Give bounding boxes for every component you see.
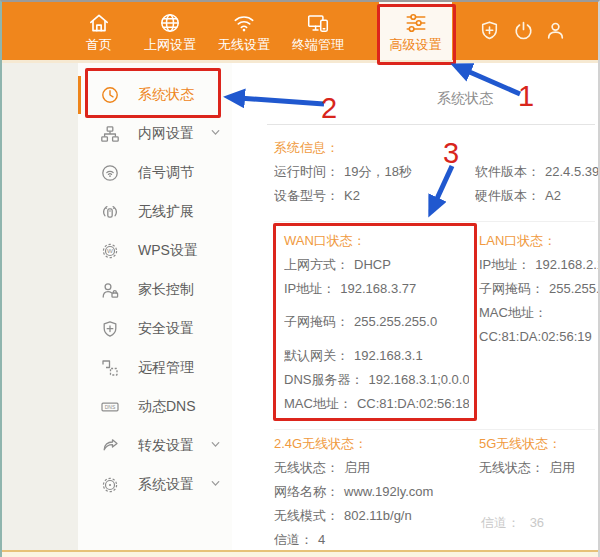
dns-icon: DNS	[100, 397, 120, 417]
info-row: 软件版本：22.4.5.39	[475, 160, 600, 184]
lan-icon	[100, 124, 120, 144]
tab-home[interactable]: 首页	[64, 2, 134, 60]
section-divider	[274, 221, 595, 222]
devices-icon	[306, 11, 330, 35]
section-title: WAN口状态：	[284, 229, 469, 253]
signal-icon	[100, 163, 120, 183]
globe-icon	[158, 11, 182, 35]
shield-icon	[100, 319, 120, 339]
chevron-down-icon[interactable]	[209, 477, 222, 493]
wps-gear-icon: W	[100, 241, 120, 261]
page-left-margin	[2, 63, 78, 550]
lan-status-section: LAN口状态： IP地址：192.168.2.1 子网掩码：255.255.25…	[479, 229, 600, 349]
lan-mac-label: MAC地址：	[479, 301, 600, 325]
sliders-icon	[404, 11, 428, 35]
title-divider	[267, 124, 595, 125]
tab-wireless-label: 无线设置	[218, 38, 270, 51]
sidebar-item-wireless-extension[interactable]: 无线扩展	[78, 192, 232, 231]
shield-plus-icon[interactable]	[478, 19, 501, 42]
info-row: 设备型号：K2	[274, 184, 474, 208]
wan-row: DNS服务器：192.168.3.1;0.0.0.0	[284, 368, 469, 392]
tab-wireless-settings[interactable]: 无线设置	[209, 2, 279, 60]
wifi-row: 无线状态：启用	[479, 456, 600, 480]
chevron-down-icon[interactable]	[209, 438, 222, 454]
section-title: 系统信息：	[274, 136, 474, 160]
section-title: LAN口状态：	[479, 229, 600, 253]
top-navbar: 首页 上网设置 无线设置	[2, 2, 598, 60]
page-title: 系统状态	[437, 90, 493, 108]
section-title: 2.4G无线状态：	[274, 432, 469, 456]
wifi-5g-section: 5G无线状态： 无线状态：启用	[479, 432, 600, 480]
wan-status-section: WAN口状态： 上网方式：DHCP IP地址：192.168.3.77 子网掩码…	[284, 229, 469, 416]
router-admin-page: 首页 上网设置 无线设置	[0, 0, 600, 557]
tab-home-label: 首页	[86, 38, 112, 51]
tab-advanced-label: 高级设置	[390, 38, 442, 51]
svg-text:DNS: DNS	[105, 403, 116, 409]
lan-mac-value: CC:81:DA:02:56:19	[479, 325, 600, 349]
wan-row: 子网掩码：255.255.255.0	[284, 310, 469, 334]
sidebar-item-wps-settings[interactable]: W WPS设置	[78, 231, 232, 270]
tab-advanced-settings[interactable]: 高级设置	[379, 2, 452, 60]
sidebar-item-remote-management[interactable]: 远程管理	[78, 348, 232, 387]
sidebar-label: 信号调节	[138, 164, 194, 182]
home-icon	[87, 11, 111, 35]
sidebar-label: 转发设置	[138, 437, 194, 455]
tab-terminal-management[interactable]: 终端管理	[283, 2, 353, 60]
sidebar-item-dynamic-dns[interactable]: DNS 动态DNS	[78, 387, 232, 426]
chevron-down-icon[interactable]	[209, 126, 222, 142]
sidebar-label: 内网设置	[138, 125, 194, 143]
wifi-5g-faint-channel-row: 信道： 36	[481, 514, 544, 532]
gear-icon	[100, 475, 120, 495]
info-row: 运行时间：19分，18秒	[274, 160, 474, 184]
sidebar-item-security-settings[interactable]: 安全设置	[78, 309, 232, 348]
sidebar-item-parental-control[interactable]: 家长控制	[78, 270, 232, 309]
sidebar-label: 系统状态	[138, 86, 194, 104]
sidebar-item-system-status[interactable]: 系统状态	[78, 75, 232, 114]
sidebar-item-signal-adjust[interactable]: 信号调节	[78, 153, 232, 192]
sidebar-item-forwarding-settings[interactable]: 转发设置	[78, 426, 232, 465]
sidebar-label: 无线扩展	[138, 203, 194, 221]
user-icon[interactable]	[544, 19, 567, 42]
wifi-icon	[232, 11, 256, 35]
wan-row: MAC地址：CC:81:DA:02:56:18	[284, 392, 469, 416]
wifi-24g-section: 2.4G无线状态： 无线状态：启用 网络名称：www.192ly.com 无线模…	[274, 432, 469, 552]
lan-row: 子网掩码：255.255.255.0	[479, 277, 600, 301]
bottom-strip	[2, 552, 598, 557]
wan-row: IP地址：192.168.3.77	[284, 277, 469, 301]
system-info-section: 系统信息： 运行时间：19分，18秒 设备型号：K2	[274, 136, 474, 208]
sidebar-label: 家长控制	[138, 281, 194, 299]
wifi-row: 网络名称：www.192ly.com	[274, 480, 469, 504]
tab-internet-settings[interactable]: 上网设置	[135, 2, 205, 60]
antenna-icon	[100, 202, 120, 222]
sidebar-label: 动态DNS	[138, 398, 196, 416]
wan-row: 上网方式：DHCP	[284, 253, 469, 277]
remote-icon	[100, 358, 120, 378]
section-title: 5G无线状态：	[479, 432, 600, 456]
sidebar-item-system-settings[interactable]: 系统设置	[78, 465, 232, 504]
power-icon[interactable]	[512, 19, 535, 42]
sidebar-label: 安全设置	[138, 320, 194, 338]
tab-terminal-label: 终端管理	[292, 38, 344, 51]
clock-icon	[100, 85, 120, 105]
system-info-right-column: 软件版本：22.4.5.39 硬件版本：A2	[475, 160, 600, 208]
sidebar-label: 远程管理	[138, 359, 194, 377]
wan-row: 默认网关：192.168.3.1	[284, 344, 469, 368]
sidebar-label: WPS设置	[138, 242, 198, 260]
svg-text:W: W	[107, 247, 113, 254]
info-row: 硬件版本：A2	[475, 184, 600, 208]
forward-icon	[100, 436, 120, 456]
parental-icon	[100, 280, 120, 300]
tab-internet-label: 上网设置	[144, 38, 196, 51]
sidebar-item-intranet-settings[interactable]: 内网设置	[78, 114, 232, 153]
section-divider	[274, 429, 595, 430]
wifi-row: 信道：4	[274, 528, 469, 552]
lan-row: IP地址：192.168.2.1	[479, 253, 600, 277]
wifi-row: 无线状态：启用	[274, 456, 469, 480]
sidebar: 系统状态 内网设置 信号调节	[78, 63, 232, 550]
wifi-row: 无线模式：802.11b/g/n	[274, 504, 469, 528]
sidebar-label: 系统设置	[138, 476, 194, 494]
